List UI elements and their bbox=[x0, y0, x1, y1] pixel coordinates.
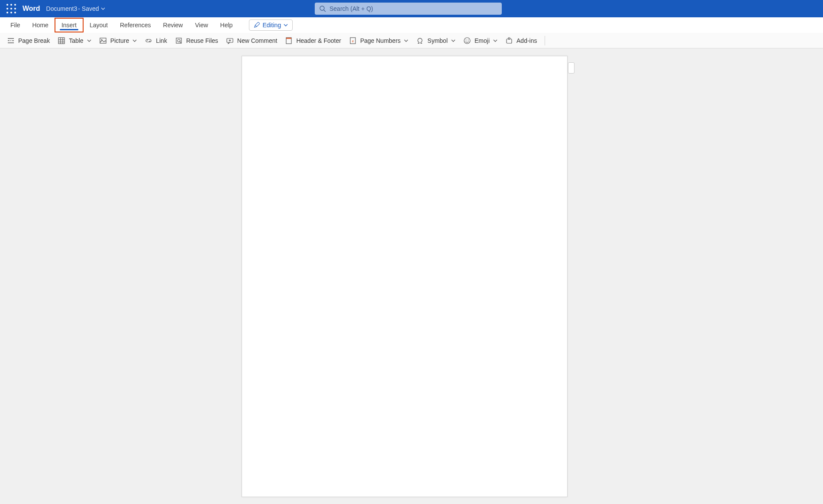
chevron-down-icon bbox=[404, 39, 408, 43]
tab-references[interactable]: References bbox=[114, 19, 157, 32]
tab-help[interactable]: Help bbox=[214, 19, 239, 32]
tab-review[interactable]: Review bbox=[157, 19, 189, 32]
table-button[interactable]: Table bbox=[57, 35, 92, 46]
ribbon-tabs: File Home Insert Layout References Revie… bbox=[0, 17, 823, 33]
chevron-down-icon bbox=[87, 39, 91, 43]
svg-point-30 bbox=[468, 39, 469, 40]
page-break-button[interactable]: Page Break bbox=[6, 35, 51, 46]
svg-point-29 bbox=[466, 39, 467, 40]
search-icon bbox=[319, 5, 326, 12]
picture-button[interactable]: Picture bbox=[98, 35, 138, 46]
tab-insert-label: Insert bbox=[61, 22, 77, 29]
new-comment-label: New Comment bbox=[237, 37, 278, 44]
header-footer-icon bbox=[285, 37, 293, 45]
toolbar-separator bbox=[545, 36, 545, 45]
picture-label: Picture bbox=[110, 37, 129, 44]
search-box[interactable] bbox=[315, 3, 502, 15]
pen-icon bbox=[254, 22, 260, 28]
header-footer-label: Header & Footer bbox=[296, 37, 341, 44]
editing-mode-button[interactable]: Editing bbox=[249, 19, 293, 31]
picture-icon bbox=[99, 37, 107, 45]
svg-point-2 bbox=[14, 4, 16, 6]
title-bar: Word Document3 - Saved bbox=[0, 0, 823, 17]
page-break-label: Page Break bbox=[18, 37, 50, 44]
svg-point-1 bbox=[10, 4, 12, 6]
table-icon bbox=[58, 37, 65, 45]
document-name[interactable]: Document3 bbox=[46, 5, 77, 12]
chevron-down-icon bbox=[451, 39, 455, 43]
comment-icon bbox=[226, 37, 234, 45]
svg-point-6 bbox=[6, 12, 8, 13]
addins-icon bbox=[505, 37, 513, 45]
search-input[interactable] bbox=[329, 5, 497, 12]
tab-active-underline bbox=[60, 29, 78, 30]
svg-point-3 bbox=[6, 8, 8, 10]
page-numbers-label: Page Numbers bbox=[360, 37, 400, 44]
document-canvas[interactable] bbox=[0, 48, 823, 504]
svg-point-7 bbox=[10, 12, 12, 13]
save-separator: - bbox=[78, 5, 80, 12]
tab-layout[interactable]: Layout bbox=[84, 19, 114, 32]
chevron-down-icon bbox=[493, 39, 497, 43]
reuse-files-icon bbox=[175, 37, 183, 45]
addins-label: Add-ins bbox=[516, 37, 537, 44]
svg-point-0 bbox=[6, 4, 8, 6]
side-panel-handle[interactable] bbox=[568, 62, 574, 74]
app-launcher-icon[interactable] bbox=[6, 3, 16, 14]
tab-home[interactable]: Home bbox=[26, 19, 55, 32]
svg-line-20 bbox=[180, 42, 181, 43]
emoji-icon bbox=[463, 37, 471, 45]
app-name: Word bbox=[23, 5, 40, 13]
svg-point-9 bbox=[320, 6, 324, 10]
chevron-down-icon bbox=[284, 23, 288, 27]
symbol-button[interactable]: Symbol bbox=[415, 35, 456, 46]
insert-toolbar: Page Break Table Picture Link Reuse File… bbox=[0, 33, 823, 48]
svg-text:#: # bbox=[352, 40, 354, 43]
save-status-label: Saved bbox=[82, 5, 99, 12]
omega-icon bbox=[416, 37, 424, 45]
addins-button[interactable]: Add-ins bbox=[504, 35, 538, 46]
link-icon bbox=[145, 37, 152, 45]
reuse-files-button[interactable]: Reuse Files bbox=[174, 35, 219, 46]
new-comment-button[interactable]: New Comment bbox=[225, 35, 278, 46]
symbol-label: Symbol bbox=[427, 37, 448, 44]
table-label: Table bbox=[69, 37, 83, 44]
svg-point-8 bbox=[14, 12, 16, 13]
chevron-down-icon bbox=[132, 39, 137, 43]
svg-point-28 bbox=[464, 38, 470, 44]
svg-rect-32 bbox=[508, 38, 510, 39]
link-label: Link bbox=[156, 37, 167, 44]
tab-view[interactable]: View bbox=[189, 19, 214, 32]
document-page[interactable] bbox=[242, 56, 568, 497]
svg-point-4 bbox=[10, 8, 12, 10]
svg-rect-25 bbox=[286, 38, 291, 39]
tab-file[interactable]: File bbox=[4, 19, 26, 32]
save-status[interactable]: - Saved bbox=[78, 5, 105, 12]
link-button[interactable]: Link bbox=[144, 35, 168, 46]
emoji-button[interactable]: Emoji bbox=[462, 35, 498, 46]
header-footer-button[interactable]: Header & Footer bbox=[284, 35, 342, 46]
tab-insert[interactable]: Insert bbox=[55, 18, 84, 32]
emoji-label: Emoji bbox=[474, 37, 490, 44]
reuse-files-label: Reuse Files bbox=[186, 37, 218, 44]
svg-point-5 bbox=[14, 8, 16, 10]
chevron-down-icon bbox=[101, 6, 105, 11]
page-break-icon bbox=[7, 37, 15, 45]
svg-rect-11 bbox=[58, 38, 65, 44]
page-numbers-button[interactable]: # Page Numbers bbox=[348, 35, 409, 46]
editing-mode-label: Editing bbox=[262, 22, 281, 29]
page-numbers-icon: # bbox=[349, 37, 357, 45]
svg-line-10 bbox=[324, 10, 326, 12]
